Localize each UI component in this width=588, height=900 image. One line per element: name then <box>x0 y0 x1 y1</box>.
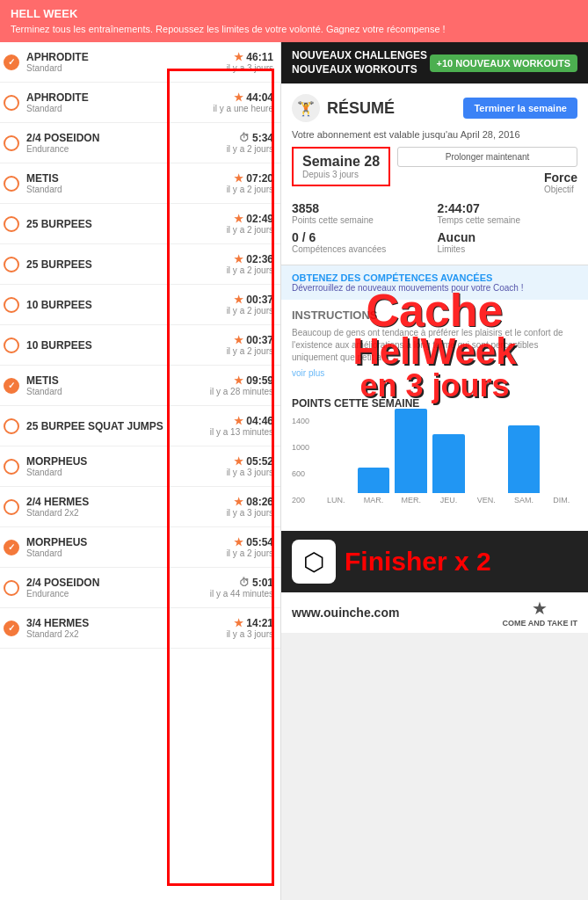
check-circle <box>4 257 19 272</box>
workout-meta: ★ 02:49 il y a 2 jours <box>194 213 273 235</box>
workout-name: 2/4 POSEIDON <box>26 132 194 144</box>
time-value: 46:11 <box>246 51 273 63</box>
workout-meta: ★ 14:21 il y a 3 jours <box>194 617 273 639</box>
check-circle <box>4 378 19 394</box>
workout-ago: il y a 3 jours <box>194 508 273 518</box>
workout-type: Endurance <box>26 144 194 154</box>
workout-item[interactable]: APHRODITE Standard ★ 44:04 il y a une he… <box>0 83 280 123</box>
resume-icon: 🏋️ <box>292 94 320 122</box>
check-circle <box>4 459 19 475</box>
workout-name: 10 BURPEES <box>26 299 194 311</box>
en3jours-text: en 3 jours <box>359 370 509 402</box>
workout-type: Standard <box>26 185 194 194</box>
time-value: 05:54 <box>246 536 273 548</box>
workout-item[interactable]: APHRODITE Standard ★ 46:11 il y a 3 jour… <box>0 42 280 83</box>
workout-time: ★ 08:26 <box>194 496 273 508</box>
workout-time: ★ 02:49 <box>194 213 273 225</box>
workout-name: 25 BURPEE SQUAT JUMPS <box>26 420 194 432</box>
workout-info: 25 BURPEE SQUAT JUMPS <box>26 420 194 432</box>
competences-stat: 0 / 6 Compétences avancées <box>292 230 432 254</box>
workout-item[interactable]: 3/4 HERMES Standard 2x2 ★ 14:21 il y a 3… <box>0 608 280 649</box>
workout-ago: il y a 2 jours <box>194 144 273 154</box>
workout-time: ★ 05:54 <box>194 536 273 548</box>
workout-time: ⏱ 5:34 <box>194 132 273 144</box>
workout-meta: ⏱ 5:34 il y a 2 jours <box>194 132 273 154</box>
workout-time: ★ 44:04 <box>194 91 273 104</box>
check-circle <box>4 135 19 151</box>
watermark-url: www.ouinche.com <box>292 606 399 620</box>
cache-text: Cache <box>366 287 503 333</box>
check-circle <box>4 216 19 232</box>
workout-time: ★ 02:36 <box>194 253 273 265</box>
workout-item[interactable]: 2/4 POSEIDON Endurance ⏱ 5:34 il y a 2 j… <box>0 123 280 163</box>
bar <box>508 425 541 493</box>
workout-item[interactable]: 25 BURPEES ★ 02:36 il y a 2 jours <box>0 244 280 285</box>
time-icon: ★ <box>234 536 243 548</box>
finisher-section: ⬡ Finisher x 2 <box>281 531 588 592</box>
workout-item[interactable]: 10 BURPEES ★ 00:37 il y a 2 jours <box>0 285 280 325</box>
workout-type: Standard <box>26 548 194 558</box>
workout-time: ★ 07:20 <box>194 172 273 185</box>
challenge-title-line2: NOUVEAUX WORKOUTS <box>292 63 427 77</box>
workout-item[interactable]: METIS Standard ★ 07:20 il y a 2 jours <box>0 163 280 204</box>
bar-label: JEU. <box>440 496 458 504</box>
check-circle <box>4 540 19 555</box>
workout-item[interactable]: 25 BURPEE SQUAT JUMPS ★ 04:46 il y a 13 … <box>0 406 280 446</box>
workout-info: 2/4 HERMES Standard 2x2 <box>26 496 194 518</box>
workout-item[interactable]: METIS Standard ★ 09:59 il y a 28 minutes <box>0 366 280 406</box>
workout-time: ⏱ 5:01 <box>194 577 273 589</box>
finisher-icon: ⬡ <box>292 540 336 584</box>
terminer-button[interactable]: Terminer la semaine <box>463 98 577 119</box>
watermark-logo-text: COME AND TAKE IT <box>503 619 578 628</box>
workout-item[interactable]: 2/4 POSEIDON Endurance ⏱ 5:01 il y a 44 … <box>0 568 280 608</box>
bar <box>358 468 390 493</box>
workout-item[interactable]: MORPHEUS Standard ★ 05:54 il y a 2 jours <box>0 527 280 568</box>
workout-time: ★ 46:11 <box>194 51 273 63</box>
check-circle <box>4 621 19 636</box>
workout-meta: ★ 00:37 il y a 2 jours <box>194 294 273 316</box>
workout-name: 2/4 HERMES <box>26 496 194 508</box>
workout-type: Standard <box>26 468 194 477</box>
workout-name: METIS <box>26 374 194 387</box>
bar-column: LUN. <box>320 493 352 504</box>
time-icon: ★ <box>234 294 243 306</box>
workout-ago: il y a 3 jours <box>194 63 273 73</box>
workout-name: MORPHEUS <box>26 536 194 548</box>
workout-item[interactable]: 2/4 HERMES Standard 2x2 ★ 08:26 il y a 3… <box>0 487 280 527</box>
chart-section: POINTS CETTE SEMAINE 1400 1000 600 200 L… <box>281 388 588 531</box>
workout-item[interactable]: MORPHEUS Standard ★ 05:52 il y a 3 jours <box>0 446 280 487</box>
workout-item[interactable]: 10 BURPEES ★ 00:37 il y a 2 jours <box>0 325 280 366</box>
finisher-text: Finisher x 2 <box>345 547 491 577</box>
prolonger-button[interactable]: Prolonger maintenant <box>397 147 577 167</box>
workout-ago: il y a 3 jours <box>194 629 273 639</box>
workout-type: Standard 2x2 <box>26 629 194 639</box>
workout-ago: il y a 2 jours <box>194 265 273 275</box>
workout-item[interactable]: 25 BURPEES ★ 02:49 il y a 2 jours <box>0 204 280 244</box>
workout-meta: ★ 00:37 il y a 2 jours <box>194 334 273 356</box>
time-value: 5:01 <box>252 577 273 589</box>
time-icon: ★ <box>234 334 243 346</box>
time-icon: ★ <box>234 91 243 104</box>
workout-time: ★ 00:37 <box>194 294 273 306</box>
workout-info: 10 BURPEES <box>26 299 194 311</box>
time-icon: ★ <box>234 617 243 629</box>
semaine-label: Semaine 28 <box>302 154 380 170</box>
workout-meta: ★ 44:04 il y a une heure <box>194 91 273 113</box>
bar-column: DIM. <box>545 493 577 504</box>
time-value: 44:04 <box>246 91 273 104</box>
bar-label: MER. <box>402 496 422 504</box>
time-value: 02:36 <box>246 253 273 265</box>
check-circle <box>4 54 19 70</box>
time-value: 04:46 <box>246 415 273 427</box>
points-stat: 3858 Points cette semaine <box>292 201 432 225</box>
workout-name: 10 BURPEES <box>26 339 194 352</box>
workout-meta: ★ 08:26 il y a 3 jours <box>194 496 273 518</box>
workout-ago: il y a 2 jours <box>194 185 273 194</box>
workout-time: ★ 00:37 <box>194 334 273 346</box>
top-banner: HELL WEEK Terminez tous les entraînement… <box>0 0 588 42</box>
semaine-sub: Depuis 3 jours <box>302 170 380 179</box>
challenge-banner: NOUVEAUX CHALLENGES NOUVEAUX WORKOUTS +1… <box>281 42 588 83</box>
workout-info: MORPHEUS Standard <box>26 455 194 477</box>
check-circle <box>4 580 19 596</box>
workout-name: APHRODITE <box>26 91 194 104</box>
